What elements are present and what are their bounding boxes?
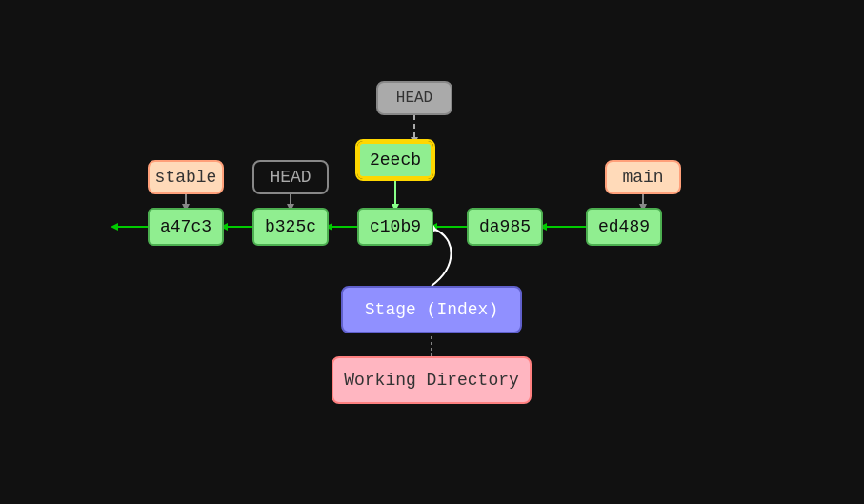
diagram-svg bbox=[0, 0, 864, 504]
diagram-canvas: HEAD stable HEAD main 2eecb a47c3 b325c … bbox=[0, 0, 864, 504]
main-branch-label: main bbox=[622, 168, 663, 187]
main-branch-box: main bbox=[605, 160, 681, 194]
head-label-text: HEAD bbox=[270, 168, 311, 187]
commit-a47c3-box: a47c3 bbox=[148, 208, 224, 246]
commit-2eecb-box: 2eecb bbox=[357, 141, 433, 179]
commit-da985-label: da985 bbox=[479, 217, 531, 236]
working-directory-label: Working Directory bbox=[344, 371, 519, 390]
stable-branch-label: stable bbox=[155, 168, 217, 187]
commit-b325c-box: b325c bbox=[252, 208, 329, 246]
commit-c10b9-box: c10b9 bbox=[357, 208, 433, 246]
head-pointer-label: HEAD bbox=[396, 90, 432, 107]
stable-branch-box: stable bbox=[148, 160, 224, 194]
commit-ed489-label: ed489 bbox=[598, 217, 650, 236]
commit-ed489-box: ed489 bbox=[586, 208, 662, 246]
working-directory-box: Working Directory bbox=[332, 356, 532, 404]
commit-a47c3-label: a47c3 bbox=[160, 217, 211, 236]
commit-2eecb-label: 2eecb bbox=[370, 151, 421, 170]
commit-c10b9-label: c10b9 bbox=[370, 217, 421, 236]
svg-marker-15 bbox=[111, 223, 118, 231]
stage-index-box: Stage (Index) bbox=[341, 286, 522, 333]
stage-index-label: Stage (Index) bbox=[365, 300, 498, 319]
commit-da985-box: da985 bbox=[467, 208, 543, 246]
head-label-box: HEAD bbox=[252, 160, 329, 194]
commit-b325c-label: b325c bbox=[265, 217, 316, 236]
head-pointer-box: HEAD bbox=[376, 81, 452, 115]
